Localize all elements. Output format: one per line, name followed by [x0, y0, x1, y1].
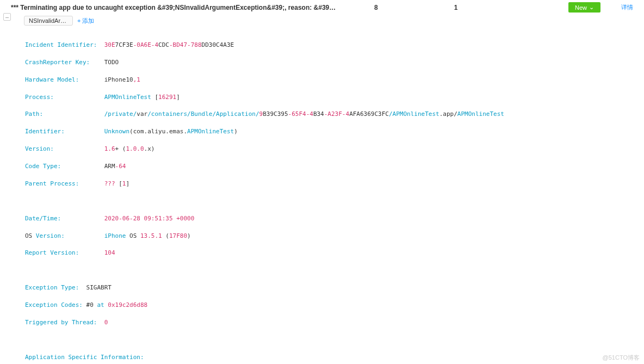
page-title: *** Terminating app due to uncaught exce…: [11, 4, 337, 11]
chevron-down-icon: ⌄: [589, 4, 594, 11]
field-exc-type: Exception Type:: [25, 284, 79, 291]
stat-1: 8: [374, 4, 378, 11]
field-version: Version:: [25, 145, 54, 152]
field-identifier: Identifier:: [25, 128, 65, 135]
crash-report: Incident Identifier: 30E7CF3E-0A6E-4CDC-…: [0, 29, 644, 364]
add-tag-button[interactable]: + 添加: [77, 17, 94, 25]
watermark: @51CTO博客: [603, 354, 640, 362]
stats-group: 8 1: [374, 4, 457, 11]
collapse-button[interactable]: –: [3, 13, 11, 21]
new-label: New: [575, 4, 587, 11]
field-codetype: Code Type:: [25, 163, 61, 170]
field-path: Path:: [25, 110, 43, 118]
new-button[interactable]: New ⌄: [568, 2, 600, 13]
field-hardware: Hardware Model:: [25, 76, 79, 83]
stat-2: 1: [454, 4, 458, 11]
field-crashreporter-key: CrashReporter Key:: [25, 59, 90, 66]
field-asi: Application Specific Information:: [25, 354, 144, 361]
field-incident-id: Incident Identifier:: [25, 41, 97, 48]
details-link[interactable]: 详情: [621, 3, 633, 11]
field-process: Process:: [25, 94, 54, 101]
field-datetime: Date/Time:: [25, 215, 61, 222]
field-parent: Parent Process:: [25, 180, 79, 187]
field-exc-codes: Exception Codes:: [25, 301, 83, 309]
field-triggered: Triggered by Thread:: [25, 319, 97, 326]
field-report-version: Report Version:: [25, 249, 79, 256]
tag-chip[interactable]: NSInvalidArgument…: [24, 16, 73, 26]
field-os: OS: [25, 232, 32, 239]
